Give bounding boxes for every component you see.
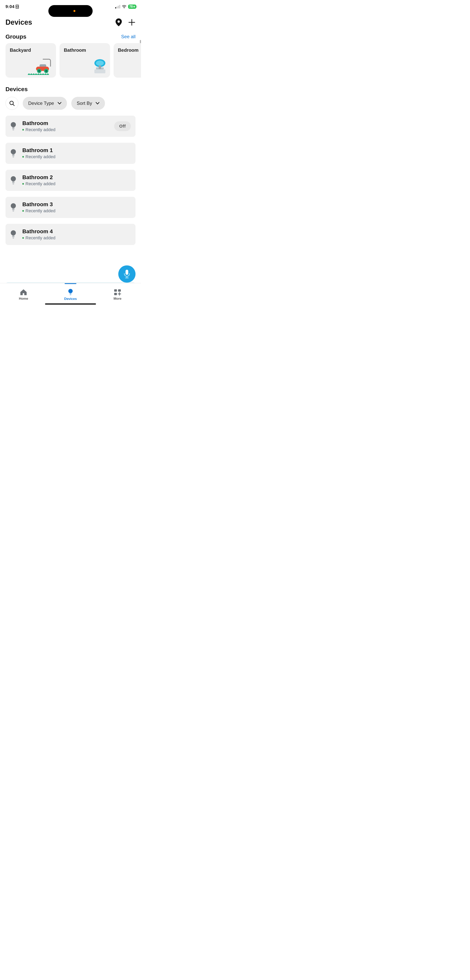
voice-assistant-button[interactable] — [118, 266, 135, 283]
chevron-down-icon — [57, 102, 62, 105]
status-dot-icon — [22, 129, 24, 130]
status-dot-icon — [22, 210, 24, 212]
portrait-lock-icon — [16, 5, 19, 9]
device-name: Bathroom 2 — [22, 174, 131, 180]
svg-point-7 — [45, 70, 47, 72]
location-pin-button[interactable] — [115, 18, 122, 27]
device-status-row: Recently added — [22, 154, 131, 159]
toilet-icon — [92, 59, 107, 76]
more-grid-icon — [114, 289, 121, 296]
filter-row: Device Type Sort By — [0, 97, 141, 116]
groups-carousel[interactable]: Backyard Bathroom Bedroom — [0, 43, 141, 78]
status-time: 9:04 — [5, 4, 14, 9]
device-item[interactable]: Bathroom 2 Recently added — [5, 170, 135, 191]
svg-rect-20 — [13, 130, 14, 130]
svg-point-5 — [38, 70, 40, 72]
device-text: Bathroom Recently added — [22, 120, 108, 132]
lawnmower-icon — [28, 59, 53, 76]
lightbulb-icon — [10, 176, 16, 185]
status-bar: 9:04 78 — [0, 0, 141, 11]
device-list: Bathroom Recently added Off Bathroom 1 R… — [0, 116, 141, 245]
svg-point-9 — [96, 60, 104, 66]
svg-rect-19 — [12, 129, 14, 129]
svg-point-40 — [68, 289, 73, 293]
svg-rect-42 — [70, 294, 71, 295]
group-card-bathroom[interactable]: Bathroom — [60, 43, 110, 78]
group-card-bedroom[interactable]: Bedroom — [114, 43, 141, 78]
device-item[interactable]: Bathroom Recently added Off — [5, 116, 135, 137]
svg-rect-24 — [13, 157, 14, 158]
lightbulb-icon — [10, 149, 16, 158]
svg-point-33 — [11, 230, 16, 235]
device-type-filter[interactable]: Device Type — [23, 97, 67, 110]
svg-point-17 — [11, 122, 16, 127]
sort-by-filter[interactable]: Sort By — [71, 97, 105, 110]
device-name: Bathroom 4 — [22, 228, 131, 235]
device-item[interactable]: Bathroom 4 Recently added — [5, 224, 135, 245]
svg-point-0 — [124, 8, 125, 8]
home-icon — [20, 289, 27, 296]
cellular-signal-icon — [115, 5, 120, 8]
groups-section-header: Groups See all — [0, 29, 141, 43]
page-title: Devices — [5, 18, 32, 27]
device-name: Bathroom 3 — [22, 201, 131, 208]
nav-label: Home — [19, 297, 28, 301]
group-name: Bedroom — [118, 48, 141, 53]
svg-rect-18 — [12, 127, 14, 128]
device-status-row: Recently added — [22, 208, 131, 213]
header-actions — [115, 18, 135, 27]
lightbulb-icon — [10, 122, 16, 130]
lightbulb-icon — [10, 230, 16, 239]
lightbulb-icon — [68, 289, 73, 296]
lightbulb-icon — [10, 203, 16, 212]
status-dot-icon — [22, 156, 24, 158]
power-toggle[interactable]: Off — [114, 121, 131, 131]
svg-rect-43 — [114, 289, 117, 292]
group-name: Backyard — [10, 48, 52, 53]
svg-rect-30 — [12, 208, 14, 210]
add-button[interactable] — [128, 19, 135, 26]
nav-label: Devices — [64, 297, 77, 301]
device-status: Recently added — [25, 235, 56, 240]
status-dot-icon — [22, 237, 24, 239]
svg-rect-31 — [12, 210, 14, 210]
groups-title: Groups — [5, 33, 27, 40]
device-text: Bathroom 2 Recently added — [22, 174, 131, 186]
battery-indicator: 78 — [128, 5, 136, 9]
microphone-icon — [123, 269, 131, 279]
status-right: 78 — [115, 4, 136, 9]
see-all-link[interactable]: See all — [121, 34, 135, 40]
group-name: Bathroom — [64, 48, 106, 53]
svg-rect-11 — [94, 69, 105, 73]
svg-rect-23 — [12, 156, 14, 156]
group-card-backyard[interactable]: Backyard — [5, 43, 56, 78]
nav-label: More — [114, 297, 122, 301]
svg-point-21 — [11, 149, 16, 154]
island-indicator-dot-icon — [73, 10, 75, 12]
nav-home[interactable]: Home — [0, 283, 47, 306]
search-button[interactable] — [5, 97, 18, 110]
device-item[interactable]: Bathroom 1 Recently added — [5, 143, 135, 164]
dynamic-island — [48, 5, 93, 17]
device-status-row: Recently added — [22, 127, 108, 132]
svg-rect-26 — [12, 181, 14, 183]
svg-rect-41 — [70, 293, 71, 294]
chevron-down-icon — [95, 102, 100, 105]
status-dot-icon — [22, 183, 24, 185]
device-name: Bathroom 1 — [22, 147, 131, 153]
battery-percent: 78 — [129, 5, 133, 8]
svg-rect-22 — [12, 154, 14, 156]
svg-rect-39 — [127, 276, 127, 278]
status-time-block: 9:04 — [5, 4, 19, 9]
home-indicator — [45, 304, 96, 305]
svg-rect-37 — [125, 270, 128, 275]
device-status-row: Recently added — [22, 181, 131, 186]
svg-rect-44 — [118, 289, 121, 292]
device-text: Bathroom 4 Recently added — [22, 228, 131, 240]
chip-label: Device Type — [28, 100, 54, 106]
svg-point-29 — [11, 203, 16, 208]
nav-more[interactable]: More — [94, 283, 141, 306]
svg-rect-34 — [12, 235, 14, 237]
nav-devices[interactable]: Devices — [47, 283, 94, 306]
device-item[interactable]: Bathroom 3 Recently added — [5, 197, 135, 218]
